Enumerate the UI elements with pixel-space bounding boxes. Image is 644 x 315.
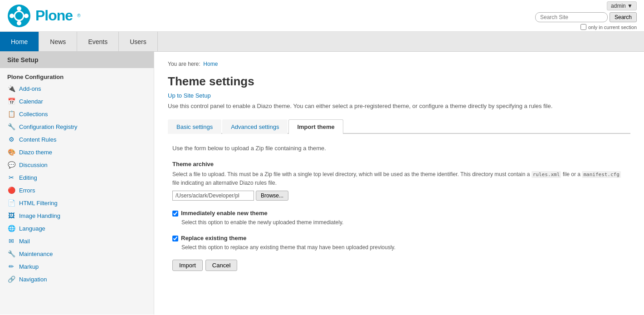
sidebar: Site Setup Plone Configuration 🔌Add-ons📅… bbox=[0, 52, 154, 315]
sidebar-icon: 🖼 bbox=[7, 212, 15, 220]
replace-existing-row: Replace existing theme bbox=[172, 235, 626, 241]
sidebar-item-configuration-registry[interactable]: 🔧Configuration Registry bbox=[0, 120, 154, 133]
sidebar-item-calendar[interactable]: 📅Calendar bbox=[0, 95, 154, 108]
immediately-enable-row: Immediately enable new theme bbox=[172, 210, 626, 217]
sidebar-icon: 🔧 bbox=[7, 250, 15, 258]
only-section-label: only in current section bbox=[588, 25, 637, 30]
sidebar-icon: ✉ bbox=[7, 237, 15, 245]
sidebar-item-label: Diazo theme bbox=[19, 149, 52, 156]
sidebar-item-language[interactable]: 🌐Language bbox=[0, 222, 154, 235]
sidebar-item-label: Add-ons bbox=[19, 85, 41, 92]
sidebar-item-label: Image Handling bbox=[19, 212, 60, 219]
sidebar-icon: 🔴 bbox=[7, 186, 15, 194]
immediately-enable-desc: Select this option to enable the newly u… bbox=[181, 219, 626, 226]
sidebar-item-label: Mail bbox=[19, 238, 30, 245]
search-input[interactable] bbox=[535, 12, 608, 22]
sidebar-item-navigation[interactable]: 🔗Navigation bbox=[0, 273, 154, 285]
search-button[interactable]: Search bbox=[610, 12, 637, 22]
sidebar-item-label: Markup bbox=[19, 263, 39, 270]
only-section-row: only in current section bbox=[581, 24, 637, 30]
theme-archive-desc: Select a file to upload. This must be a … bbox=[172, 170, 626, 187]
replace-existing-section: Replace existing theme Select this optio… bbox=[172, 235, 626, 251]
sidebar-item-discussion[interactable]: 💬Discussion bbox=[0, 158, 154, 171]
sidebar-item-collections[interactable]: 📋Collections bbox=[0, 108, 154, 120]
top-right-area: admin ▼ Search only in current section bbox=[535, 1, 637, 30]
logo-superscript: ® bbox=[77, 13, 80, 18]
breadcrumb-prefix: You are here: bbox=[168, 61, 200, 67]
import-button[interactable]: Import bbox=[172, 260, 203, 271]
nav-item-users[interactable]: Users bbox=[119, 32, 158, 51]
sidebar-item-label: Content Rules bbox=[19, 136, 56, 143]
replace-existing-desc: Select this option to replace any existi… bbox=[181, 244, 626, 251]
up-to-link[interactable]: Up to Site Setup bbox=[168, 92, 630, 99]
form-area: Use the form below to upload a Zip file … bbox=[168, 145, 630, 271]
sidebar-item-add-ons[interactable]: 🔌Add-ons bbox=[0, 82, 154, 95]
svg-point-2 bbox=[17, 6, 21, 11]
tab-basic-settings[interactable]: Basic settings bbox=[168, 119, 221, 134]
sidebar-icon: 📋 bbox=[7, 110, 15, 118]
sidebar-item-label: Collections bbox=[19, 111, 48, 118]
sidebar-title: Site Setup bbox=[0, 52, 154, 68]
tab-advanced-settings[interactable]: Advanced settings bbox=[222, 119, 288, 134]
search-row: Search bbox=[535, 12, 637, 22]
sidebar-item-mail[interactable]: ✉Mail bbox=[0, 235, 154, 247]
sidebar-item-errors[interactable]: 🔴Errors bbox=[0, 184, 154, 197]
nav-item-home[interactable]: Home bbox=[0, 32, 39, 51]
theme-archive-section: Theme archive Select a file to upload. T… bbox=[172, 161, 626, 201]
sidebar-item-label: Discussion bbox=[19, 162, 48, 168]
logo-text: Plone bbox=[35, 7, 73, 24]
sidebar-item-markup[interactable]: ✏Markup bbox=[0, 260, 154, 273]
sidebar-item-content-rules[interactable]: ⚙Content Rules bbox=[0, 133, 154, 146]
theme-archive-title: Theme archive bbox=[172, 161, 626, 167]
replace-existing-label: Replace existing theme bbox=[181, 235, 247, 241]
replace-existing-checkbox[interactable] bbox=[172, 236, 178, 241]
sidebar-icon: ✏ bbox=[7, 262, 15, 271]
description-text: Use this control panel to enable a Diazo… bbox=[168, 103, 630, 109]
sidebar-item-image-handling[interactable]: 🖼Image Handling bbox=[0, 209, 154, 222]
sidebar-section-title: Plone Configuration bbox=[0, 68, 154, 82]
tab-import-theme[interactable]: Import theme bbox=[288, 119, 343, 134]
file-input-row: /Users/aclark/Developer/pl Browse... bbox=[172, 191, 626, 201]
tabs-row: Basic settingsAdvanced settingsImport th… bbox=[168, 118, 630, 134]
sidebar-icon: 🎨 bbox=[7, 148, 15, 156]
sidebar-icon: 📄 bbox=[7, 199, 15, 207]
sidebar-item-label: Errors bbox=[19, 187, 35, 194]
cancel-button[interactable]: Cancel bbox=[205, 260, 237, 271]
file-path-display: /Users/aclark/Developer/pl bbox=[172, 191, 254, 201]
sidebar-item-diazo-theme[interactable]: 🎨Diazo theme bbox=[0, 146, 154, 158]
sidebar-icon: 🔧 bbox=[7, 123, 15, 131]
sidebar-icon: 🌐 bbox=[7, 224, 15, 232]
only-section-checkbox[interactable] bbox=[581, 24, 586, 30]
nav-bar: HomeNewsEventsUsers bbox=[0, 32, 644, 52]
breadcrumb: You are here: Home bbox=[168, 61, 630, 67]
sidebar-item-label: Navigation bbox=[19, 276, 47, 283]
breadcrumb-home[interactable]: Home bbox=[203, 61, 218, 67]
svg-point-5 bbox=[24, 14, 29, 18]
form-intro: Use the form below to upload a Zip file … bbox=[172, 145, 626, 152]
admin-dropdown[interactable]: admin ▼ bbox=[607, 1, 637, 10]
plone-logo-icon bbox=[7, 4, 31, 28]
svg-point-4 bbox=[10, 14, 14, 18]
page-title: Theme settings bbox=[168, 74, 630, 89]
sidebar-item-html-filtering[interactable]: 📄HTML Filtering bbox=[0, 197, 154, 209]
nav-item-events[interactable]: Events bbox=[77, 32, 119, 51]
browse-button[interactable]: Browse... bbox=[256, 191, 288, 201]
sidebar-item-editing[interactable]: ✂Editing bbox=[0, 171, 154, 184]
sidebar-icon: 📅 bbox=[7, 97, 15, 105]
sidebar-item-maintenance[interactable]: 🔧Maintenance bbox=[0, 247, 154, 260]
sidebar-item-label: Calendar bbox=[19, 98, 43, 105]
immediately-enable-section: Immediately enable new theme Select this… bbox=[172, 210, 626, 226]
sidebar-item-label: Language bbox=[19, 225, 45, 232]
sidebar-icon: 🔌 bbox=[7, 84, 15, 93]
immediately-enable-checkbox[interactable] bbox=[172, 211, 178, 217]
svg-point-3 bbox=[17, 21, 21, 25]
main-layout: Site Setup Plone Configuration 🔌Add-ons📅… bbox=[0, 52, 644, 315]
sidebar-icon: ✂ bbox=[7, 173, 15, 182]
sidebar-icon: 💬 bbox=[7, 161, 15, 169]
sidebar-icon: 🔗 bbox=[7, 275, 15, 283]
content-area: You are here: Home Theme settings Up to … bbox=[154, 52, 644, 315]
action-buttons: Import Cancel bbox=[172, 260, 626, 271]
manifest-cfg-code: manifest.cfg bbox=[582, 171, 620, 178]
nav-item-news[interactable]: News bbox=[39, 32, 77, 51]
sidebar-item-label: Maintenance bbox=[19, 251, 53, 257]
